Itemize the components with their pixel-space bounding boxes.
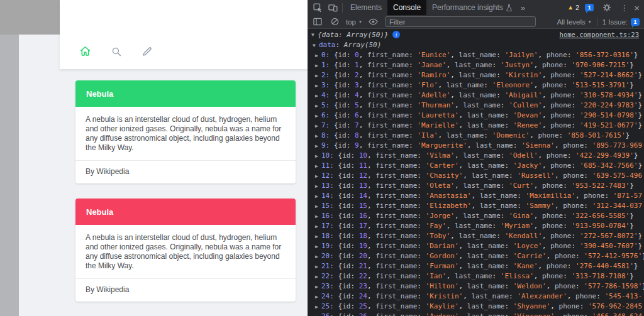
console-messages: ▼ {data: Array(50)} i home.component.ts:… [308, 29, 644, 316]
expand-arrow-icon[interactable]: ▶ [315, 202, 321, 211]
console-toolbar: top ▼ All levels ▼ 1 Issue: 1 [308, 15, 644, 29]
search-icon[interactable] [110, 45, 122, 57]
expand-arrow-icon[interactable]: ▶ [315, 222, 321, 231]
console-array-row[interactable]: ▶17: {id: 17, first_name: 'Fay', last_na… [308, 221, 644, 231]
expand-arrow-icon[interactable]: ▶ [315, 282, 321, 291]
issues-indicator[interactable]: 1 Issue: 1 [602, 18, 640, 26]
expand-arrow-icon[interactable]: ▶ [315, 51, 321, 60]
warning-count: 2 [575, 4, 579, 11]
card-title: Nebula [86, 207, 113, 217]
message-bubble-icon[interactable]: 1 [585, 4, 594, 11]
console-array-row[interactable]: ▶16: {id: 16, first_name: 'Jorge', last_… [308, 211, 644, 221]
expand-arrow-icon[interactable]: ▶ [315, 262, 321, 271]
console-array-row[interactable]: ▶20: {id: 20, first_name: 'Gordon', last… [308, 251, 644, 261]
devtools-tab-bar: Elements Console Performance insights » … [308, 0, 644, 15]
edit-icon[interactable] [141, 45, 153, 57]
tab-performance-insights[interactable]: Performance insights [426, 0, 518, 15]
chevron-down-icon: ▼ [358, 20, 362, 24]
console-array-row[interactable]: ▶12: {id: 12, first_name: 'Chasity', las… [308, 171, 644, 181]
filter-input[interactable] [385, 16, 536, 27]
expand-arrow-icon[interactable]: ▶ [315, 182, 321, 191]
console-array-row[interactable]: ▶15: {id: 15, first_name: 'Elizabeth', l… [308, 201, 644, 211]
console-array-row[interactable]: ▶5: {id: 5, first_name: 'Thurman', last_… [308, 101, 644, 111]
browser-page: Nebula A nebula is an interstellar cloud… [0, 0, 308, 316]
more-tabs-icon[interactable]: » [518, 3, 528, 13]
device-toolbar-icon[interactable] [325, 0, 340, 15]
inspect-icon[interactable] [310, 0, 325, 15]
eye-icon[interactable] [368, 14, 379, 30]
console-array-row[interactable]: ▶21: {id: 21, first_name: 'Furman', last… [308, 261, 644, 271]
expand-arrow-icon[interactable]: ▶ [315, 272, 321, 281]
console-array-row[interactable]: ▶8: {id: 8, first_name: 'Ila', last_name… [308, 131, 644, 141]
console-array-row[interactable]: ▶19: {id: 19, first_name: 'Darian', last… [308, 241, 644, 251]
card-text: A nebula is an interstellar cloud of dus… [86, 233, 286, 271]
console-array-row[interactable]: ▶14: {id: 14, first_name: 'Anastasia', l… [308, 191, 644, 201]
expand-arrow-icon[interactable]: ▶ [315, 141, 321, 151]
expand-arrow-icon[interactable]: ▶ [315, 292, 321, 302]
console-array-row[interactable]: ▶1: {id: 1, first_name: 'Janae', last_na… [308, 60, 644, 70]
card-header: Nebula [75, 199, 296, 225]
home-icon[interactable] [79, 45, 91, 57]
issue-bubble-icon: 1 [631, 18, 640, 26]
console-sidebar-icon[interactable] [312, 14, 323, 30]
expand-arrow-icon[interactable]: ▶ [315, 81, 321, 90]
expand-arrow-icon[interactable]: ▶ [315, 302, 321, 312]
kebab-menu-icon[interactable]: ⋮ [620, 3, 628, 13]
object-preview[interactable]: {data: Array(50)} [318, 31, 389, 39]
array-property-row[interactable]: ▼data: Array(50) [308, 40, 644, 50]
tab-elements[interactable]: Elements [345, 0, 387, 15]
tab-console[interactable]: Console [387, 0, 426, 15]
console-array-row[interactable]: ▶11: {id: 11, first_name: 'Carter', last… [308, 161, 644, 171]
expand-arrow-icon[interactable]: ▶ [315, 192, 321, 201]
expand-arrow-icon[interactable]: ▶ [315, 151, 321, 161]
expand-arrow-icon[interactable]: ▶ [315, 61, 321, 70]
context-label: top [346, 18, 356, 26]
console-array-row[interactable]: ▶2: {id: 2, first_name: 'Ramiro', last_n… [308, 70, 644, 80]
console-array-row[interactable]: ▶13: {id: 13, first_name: 'Oleta', last_… [308, 181, 644, 191]
expand-arrow-icon[interactable]: ▶ [315, 91, 321, 101]
console-array-row[interactable]: ▶3: {id: 3, first_name: 'Flo', last_name… [308, 80, 644, 90]
context-selector[interactable]: top ▼ [346, 18, 362, 26]
console-array-row[interactable]: ▶4: {id: 4, first_name: 'Adelle', last_n… [308, 90, 644, 101]
console-array-row[interactable]: ▶23: {id: 23, first_name: 'Hilton', last… [308, 281, 644, 291]
expand-arrow-icon[interactable]: ▶ [315, 312, 321, 316]
log-levels-selector[interactable]: All levels ▼ [557, 18, 591, 26]
expand-arrow-icon[interactable]: ▶ [315, 71, 321, 80]
chevron-down-icon: ▼ [588, 20, 592, 24]
expand-arrow-icon[interactable]: ▶ [315, 121, 321, 131]
issues-label: 1 Issue: [602, 18, 628, 26]
warnings-indicator[interactable]: ▲ 2 [567, 4, 579, 11]
console-array-row[interactable]: ▶10: {id: 10, first_name: 'Vilma', last_… [308, 151, 644, 161]
collapse-arrow-icon[interactable]: ▼ [313, 41, 319, 51]
clear-console-icon[interactable] [329, 14, 340, 30]
console-array-row[interactable]: ▶6: {id: 6, first_name: 'Lauretta', last… [308, 111, 644, 121]
expand-arrow-icon[interactable]: ▶ [315, 131, 321, 141]
console-array-row[interactable]: ▶25: {id: 25, first_name: 'Kaylie', last… [308, 302, 644, 312]
console-array-row[interactable]: ▶9: {id: 9, first_name: 'Marguerite', la… [308, 141, 644, 151]
expand-arrow-icon[interactable]: ▶ [315, 101, 321, 111]
expand-arrow-icon[interactable]: ▶ [315, 232, 321, 241]
console-array-row[interactable]: ▶18: {id: 18, first_name: 'Toby', last_n… [308, 231, 644, 241]
collapse-arrow-icon[interactable]: ▼ [311, 32, 318, 38]
expand-arrow-icon[interactable]: ▶ [315, 172, 321, 181]
expand-arrow-icon[interactable]: ▶ [315, 111, 321, 121]
source-link[interactable]: home.component.ts:23 [560, 31, 639, 38]
expand-arrow-icon[interactable]: ▶ [315, 242, 321, 251]
close-devtools-icon[interactable]: × [634, 3, 640, 13]
expand-arrow-icon[interactable]: ▶ [315, 161, 321, 171]
console-array-row[interactable]: ▶22: {id: 22, first_name: 'Ian', last_na… [308, 271, 644, 281]
info-icon[interactable]: i [392, 31, 400, 38]
expand-arrow-icon[interactable]: ▶ [315, 212, 321, 221]
console-log-rows: ▶0: {id: 0, first_name: 'Eunice', last_n… [308, 50, 644, 316]
console-array-row[interactable]: ▶7: {id: 7, first_name: 'Marielle', last… [308, 121, 644, 131]
console-array-row[interactable]: ▶24: {id: 24, first_name: 'Kristin', las… [308, 291, 644, 302]
card-byline: By Wikipedia [86, 279, 286, 302]
console-array-row[interactable]: ▶26: {id: 26, first_name: 'Audrey', last… [308, 312, 644, 316]
warning-icon: ▲ [567, 4, 574, 11]
settings-gear-icon[interactable] [599, 0, 614, 15]
desktop-artifact-left [0, 35, 19, 316]
nebula-card-pink: Nebula A nebula is an interstellar cloud… [75, 199, 296, 302]
expand-arrow-icon[interactable]: ▶ [315, 252, 321, 261]
nebula-card-green: Nebula A nebula is an interstellar cloud… [75, 80, 296, 183]
console-array-row[interactable]: ▶0: {id: 0, first_name: 'Eunice', last_n… [308, 50, 644, 60]
